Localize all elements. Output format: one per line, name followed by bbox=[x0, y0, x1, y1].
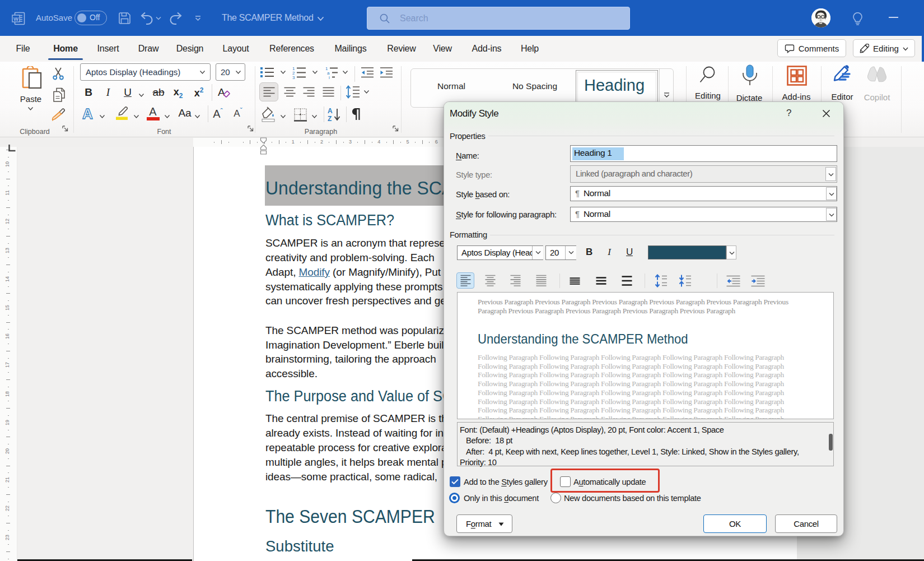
svg-text:A: A bbox=[218, 86, 225, 98]
svg-text:i: i bbox=[329, 75, 330, 79]
svg-text:W: W bbox=[13, 16, 18, 22]
svg-text:A: A bbox=[82, 106, 93, 120]
svg-text:A: A bbox=[328, 107, 333, 115]
svg-text:3: 3 bbox=[292, 75, 295, 80]
svg-text:Z: Z bbox=[328, 115, 332, 122]
